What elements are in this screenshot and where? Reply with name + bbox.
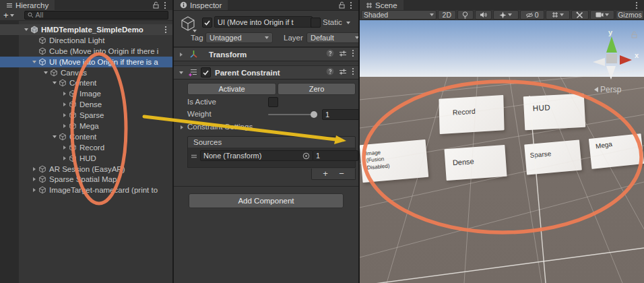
presets-icon[interactable]: [339, 68, 347, 75]
presets-icon[interactable]: [339, 50, 347, 57]
expand-arrow-icon[interactable]: [61, 121, 69, 131]
object-picker-icon[interactable]: [302, 152, 310, 160]
expand-arrow-icon[interactable]: [30, 175, 38, 185]
search-icon: [28, 12, 34, 18]
source-weight-field[interactable]: 1: [313, 150, 358, 161]
kebab-menu-icon[interactable]: [632, 1, 641, 10]
tree-item-ui-selected[interactable]: UI (Move into Origin if there is a: [0, 57, 172, 67]
lightbulb-icon: [462, 11, 468, 19]
tree-item-sparse[interactable]: Sparse: [0, 110, 172, 121]
y-axis-cone[interactable]: [606, 36, 617, 53]
weight-slider-track[interactable]: [268, 114, 315, 115]
kebab-menu-icon[interactable]: [346, 1, 356, 10]
add-component-button[interactable]: Add Component: [189, 193, 344, 208]
lighting-toggle-button[interactable]: [457, 10, 474, 20]
weight-slider-handle[interactable]: [311, 111, 317, 118]
foldout-arrow-icon[interactable]: [177, 49, 185, 59]
tree-item-sparse-spatial-map[interactable]: Sparse Spatial Map: [0, 174, 172, 185]
camera-dropdown-button[interactable]: [590, 10, 614, 20]
expand-arrow-icon[interactable]: [61, 89, 69, 99]
lock-icon[interactable]: [151, 1, 160, 10]
tools-button[interactable]: [571, 10, 589, 20]
source-object-field[interactable]: None (Transform): [200, 150, 313, 161]
static-checkbox[interactable]: [311, 18, 321, 28]
x-axis-cone[interactable]: [620, 55, 632, 65]
kebab-menu-icon[interactable]: [352, 67, 354, 75]
drag-handle-icon[interactable]: [191, 154, 197, 159]
hidden-objects-button[interactable]: 0: [520, 10, 544, 20]
transform-component-header[interactable]: Transform: [174, 47, 358, 61]
zero-button[interactable]: Zero: [278, 83, 356, 95]
remove-source-button[interactable]: −: [339, 170, 344, 178]
tree-item-directional-light[interactable]: Directional Light: [0, 35, 172, 46]
component-enabled-checkbox[interactable]: [201, 67, 211, 77]
scene-kebab-icon[interactable]: [164, 26, 167, 34]
tree-item-hud[interactable]: HUD: [0, 153, 172, 164]
tree-item-image[interactable]: Image: [0, 88, 172, 99]
hierarchy-tabbar: Hierarchy: [0, 0, 172, 11]
add-source-button[interactable]: +: [323, 170, 328, 178]
layer-dropdown[interactable]: Default: [307, 32, 358, 43]
cube-icon: [69, 100, 78, 108]
tag-dropdown[interactable]: Untagged: [205, 32, 273, 43]
2d-toggle-button[interactable]: 2D: [438, 10, 456, 20]
eye-off-icon: [525, 12, 534, 18]
grid-visibility-dropdown[interactable]: [546, 10, 570, 20]
constraint-settings-foldout-icon[interactable]: [178, 122, 186, 132]
expand-arrow-icon[interactable]: [61, 100, 69, 110]
activate-button[interactable]: Activate: [187, 83, 276, 95]
tab-hierarchy[interactable]: Hierarchy: [0, 0, 55, 10]
expand-arrow-icon[interactable]: [51, 131, 59, 142]
expand-arrow-icon[interactable]: [61, 142, 69, 152]
tree-item-record[interactable]: Record: [0, 142, 172, 153]
kebab-menu-icon[interactable]: [352, 49, 354, 57]
gizmo-center-cube[interactable]: [606, 54, 617, 63]
expand-arrow-icon[interactable]: [61, 111, 69, 121]
help-icon[interactable]: [326, 49, 334, 57]
audio-toggle-button[interactable]: [475, 10, 492, 20]
create-object-button[interactable]: +: [0, 10, 16, 20]
scene-viewport[interactable]: Record HUD Image (Fusion Disabled) Dense…: [360, 20, 644, 283]
parent-constraint-component-header[interactable]: Parent Constraint: [174, 65, 358, 80]
tree-item-mega[interactable]: Mega: [0, 121, 172, 131]
gizmo-lock-icon[interactable]: [631, 31, 637, 38]
is-active-checkbox[interactable]: [268, 97, 278, 107]
expand-arrow-icon[interactable]: [61, 153, 69, 163]
gameobject-active-checkbox[interactable]: [202, 18, 212, 28]
tree-item-content-2[interactable]: Content: [0, 131, 172, 142]
gameobject-name-field[interactable]: UI (Move into Origin if t: [214, 16, 313, 28]
help-icon[interactable]: [326, 67, 334, 75]
layer-label: Layer: [284, 34, 303, 42]
negative-y-cone[interactable]: [606, 66, 616, 80]
expand-arrow-icon[interactable]: [51, 78, 59, 88]
effects-dropdown-button[interactable]: [493, 10, 519, 20]
tree-item-content-1[interactable]: Content: [0, 77, 172, 88]
expand-arrow-icon[interactable]: [42, 67, 50, 77]
gizmos-dropdown[interactable]: Gizmos: [616, 10, 644, 20]
cube-icon: [38, 165, 48, 173]
hierarchy-search-input[interactable]: All: [24, 11, 168, 20]
expand-arrow-icon[interactable]: [30, 57, 38, 67]
expand-arrow-icon[interactable]: [30, 185, 38, 195]
negative-x-cone[interactable]: [593, 58, 605, 66]
gizmo-y-label: y: [608, 28, 612, 36]
tree-item-canvas[interactable]: Canvas: [0, 67, 172, 78]
weight-value-field[interactable]: 1: [322, 109, 358, 120]
expand-arrow-icon[interactable]: [22, 24, 30, 34]
tree-item-scene[interactable]: HMDTemplate_SimpleDemo: [0, 24, 172, 35]
kebab-menu-icon[interactable]: [160, 1, 170, 10]
lock-icon[interactable]: [337, 1, 346, 10]
foldout-arrow-icon[interactable]: [177, 67, 185, 77]
tab-scene[interactable]: Scene: [360, 0, 404, 10]
icon-picker-chevron-icon[interactable]: [193, 30, 197, 32]
perspective-toggle[interactable]: Persp: [594, 85, 621, 94]
tree-item-dense[interactable]: Dense: [0, 99, 172, 110]
shading-mode-dropdown[interactable]: Shaded: [361, 10, 437, 20]
tab-inspector[interactable]: Inspector: [174, 0, 228, 10]
grid-axis-icon: [552, 11, 558, 18]
tree-item-ar-session[interactable]: AR Session (EasyAR): [0, 164, 172, 175]
expand-arrow-icon[interactable]: [30, 164, 38, 174]
tree-item-cube[interactable]: Cube (Move into Origin if there i: [0, 46, 172, 57]
tree-item-imagetarget[interactable]: ImageTarget-namecard (print to: [0, 185, 172, 195]
static-chevron-icon[interactable]: [346, 22, 350, 24]
